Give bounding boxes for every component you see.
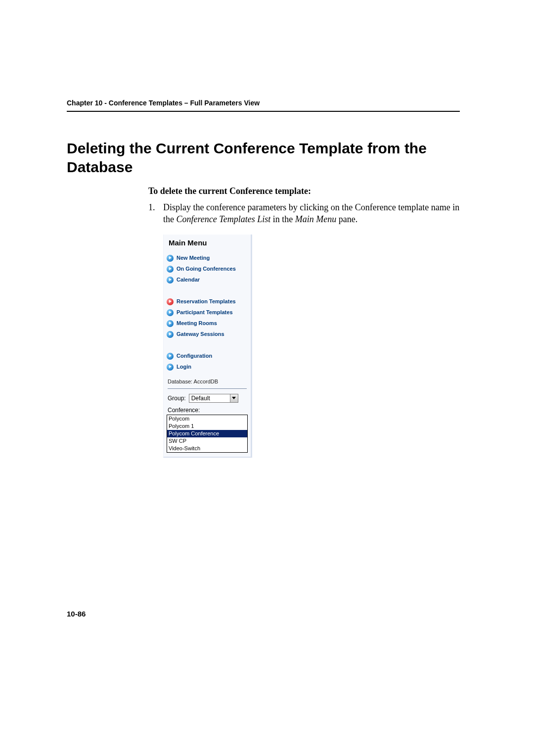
menu-item-login[interactable]: Login	[164, 362, 251, 373]
menu-item-new-meeting[interactable]: New Meeting	[164, 253, 251, 264]
list-item[interactable]: SW CP	[167, 437, 247, 445]
play-icon	[167, 331, 174, 338]
conference-listbox[interactable]: Polycom Polycom 1 Polycom Conference SW …	[167, 415, 248, 453]
group-label: Group:	[168, 395, 186, 402]
group-row: Group: Default	[164, 391, 251, 405]
menu-group-b: Reservation Templates Participant Templa…	[164, 293, 251, 343]
step-text: Display the conference parameters by cli…	[163, 201, 460, 226]
group-value: Default	[189, 394, 230, 402]
chevron-down-icon[interactable]	[230, 394, 238, 402]
main-menu-panel: Main Menu New Meeting On Going Conferenc…	[163, 235, 252, 458]
menu-label: New Meeting	[177, 255, 210, 261]
list-item[interactable]: Polycom 1	[167, 423, 247, 430]
procedure-intro: To delete the current Conference templat…	[148, 186, 460, 196]
menu-label: Reservation Templates	[177, 298, 236, 305]
list-item[interactable]: Polycom Conference	[167, 430, 247, 437]
play-icon	[167, 277, 174, 284]
step-text-post: pane.	[336, 214, 357, 224]
menu-item-reservation-templates[interactable]: Reservation Templates	[164, 296, 251, 307]
menu-label: On Going Conferences	[177, 266, 236, 272]
menu-group-c: Configuration Login	[164, 348, 251, 376]
group-select[interactable]: Default	[189, 394, 238, 403]
conference-label: Conference:	[164, 405, 251, 415]
menu-label: Gateway Sessions	[177, 331, 224, 337]
section-title: Deleting the Current Conference Template…	[67, 139, 460, 176]
menu-group-a: New Meeting On Going Conferences Calenda…	[164, 250, 251, 288]
list-item[interactable]: Video-Switch	[167, 445, 247, 452]
list-item[interactable]: Polycom	[167, 415, 247, 423]
menu-label: Configuration	[177, 353, 212, 359]
menu-item-ongoing-conferences[interactable]: On Going Conferences	[164, 264, 251, 275]
menu-item-calendar[interactable]: Calendar	[164, 275, 251, 285]
play-icon	[167, 255, 174, 262]
menu-item-configuration[interactable]: Configuration	[164, 351, 251, 362]
chapter-header: Chapter 10 - Conference Templates – Full…	[67, 99, 460, 112]
page-number: 10-86	[67, 610, 86, 618]
play-icon	[167, 298, 174, 305]
play-icon	[167, 364, 174, 371]
menu-label: Login	[177, 364, 191, 370]
menu-label: Participant Templates	[177, 309, 233, 316]
step-number: 1.	[148, 201, 163, 226]
database-label: Database: AccordDB	[164, 376, 251, 386]
main-menu-title: Main Menu	[164, 235, 251, 250]
procedure-step: 1. Display the conference parameters by …	[148, 201, 460, 226]
play-icon	[167, 353, 174, 360]
step-text-mid: in the	[270, 214, 295, 224]
play-icon	[167, 266, 174, 273]
play-icon	[167, 320, 174, 327]
divider	[168, 388, 247, 389]
menu-item-gateway-sessions[interactable]: Gateway Sessions	[164, 329, 251, 340]
menu-label: Calendar	[177, 277, 200, 283]
step-em-templates-list: Conference Templates List	[177, 214, 271, 224]
menu-item-meeting-rooms[interactable]: Meeting Rooms	[164, 318, 251, 329]
play-icon	[167, 309, 174, 316]
menu-label: Meeting Rooms	[177, 320, 217, 327]
menu-item-participant-templates[interactable]: Participant Templates	[164, 307, 251, 318]
step-em-main-menu: Main Menu	[295, 214, 336, 224]
